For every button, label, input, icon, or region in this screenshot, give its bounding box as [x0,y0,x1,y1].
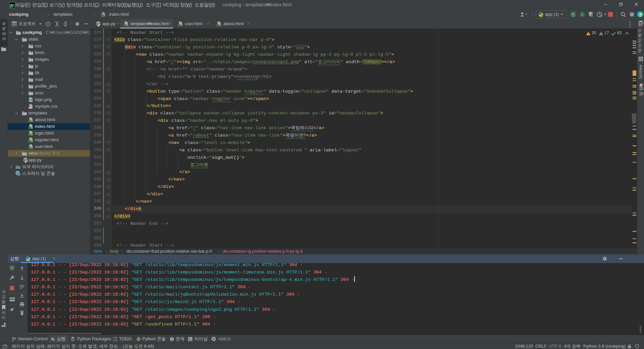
svg-text:H: H [102,14,103,17]
